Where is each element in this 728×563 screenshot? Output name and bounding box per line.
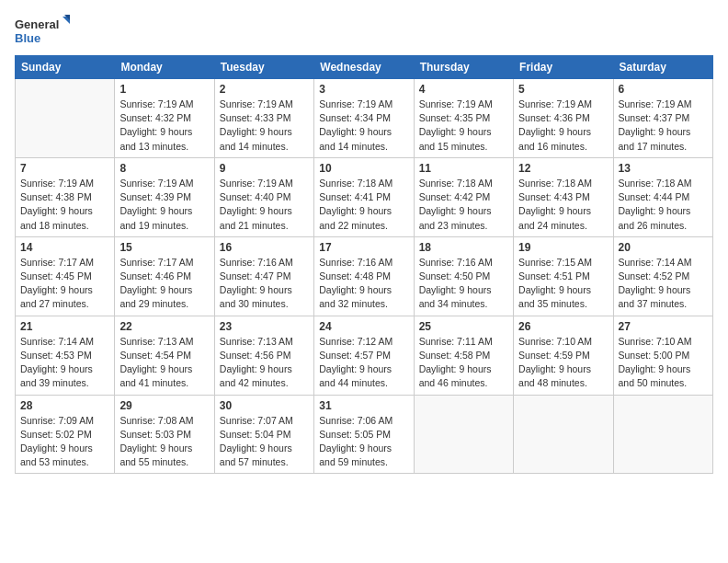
calendar-cell: 6Sunrise: 7:19 AMSunset: 4:37 PMDaylight… bbox=[613, 79, 712, 158]
calendar-cell: 27Sunrise: 7:10 AMSunset: 5:00 PMDayligh… bbox=[613, 316, 712, 395]
calendar-cell: 2Sunrise: 7:19 AMSunset: 4:33 PMDaylight… bbox=[214, 79, 313, 158]
calendar-cell bbox=[16, 79, 115, 158]
cell-info: Sunrise: 7:17 AMSunset: 4:45 PMDaylight:… bbox=[20, 256, 109, 312]
day-number: 5 bbox=[518, 83, 608, 96]
cell-info: Sunrise: 7:18 AMSunset: 4:41 PMDaylight:… bbox=[319, 177, 408, 233]
cell-info: Sunrise: 7:11 AMSunset: 4:58 PMDaylight:… bbox=[419, 335, 508, 391]
calendar-cell: 12Sunrise: 7:18 AMSunset: 4:43 PMDayligh… bbox=[514, 157, 613, 236]
calendar-cell: 29Sunrise: 7:08 AMSunset: 5:03 PMDayligh… bbox=[115, 395, 214, 474]
calendar-cell bbox=[514, 395, 613, 474]
cell-info: Sunrise: 7:15 AMSunset: 4:51 PMDaylight:… bbox=[518, 256, 608, 312]
cell-info: Sunrise: 7:17 AMSunset: 4:46 PMDaylight:… bbox=[119, 256, 209, 312]
calendar-header-friday: Friday bbox=[514, 56, 613, 79]
day-number: 15 bbox=[119, 241, 209, 254]
logo-svg: General Blue bbox=[15, 15, 70, 48]
calendar-cell: 26Sunrise: 7:10 AMSunset: 4:59 PMDayligh… bbox=[514, 316, 613, 395]
cell-info: Sunrise: 7:13 AMSunset: 4:54 PMDaylight:… bbox=[119, 335, 209, 391]
calendar-cell: 16Sunrise: 7:16 AMSunset: 4:47 PMDayligh… bbox=[214, 236, 313, 316]
cell-info: Sunrise: 7:18 AMSunset: 4:44 PMDaylight:… bbox=[619, 177, 708, 233]
day-number: 16 bbox=[220, 241, 309, 254]
calendar-cell: 7Sunrise: 7:19 AMSunset: 4:38 PMDaylight… bbox=[16, 157, 115, 236]
day-number: 14 bbox=[20, 241, 109, 254]
day-number: 20 bbox=[619, 241, 708, 254]
cell-info: Sunrise: 7:19 AMSunset: 4:40 PMDaylight:… bbox=[220, 177, 309, 233]
calendar-cell: 4Sunrise: 7:19 AMSunset: 4:35 PMDaylight… bbox=[414, 79, 513, 158]
calendar-cell: 18Sunrise: 7:16 AMSunset: 4:50 PMDayligh… bbox=[414, 236, 513, 316]
calendar-week-row: 7Sunrise: 7:19 AMSunset: 4:38 PMDaylight… bbox=[16, 157, 713, 236]
cell-info: Sunrise: 7:16 AMSunset: 4:48 PMDaylight:… bbox=[319, 256, 408, 312]
cell-info: Sunrise: 7:19 AMSunset: 4:35 PMDaylight:… bbox=[419, 98, 508, 154]
cell-info: Sunrise: 7:10 AMSunset: 4:59 PMDaylight:… bbox=[518, 335, 608, 391]
day-number: 11 bbox=[419, 162, 508, 175]
day-number: 3 bbox=[319, 83, 408, 96]
cell-info: Sunrise: 7:08 AMSunset: 5:03 PMDaylight:… bbox=[119, 414, 209, 470]
calendar-cell: 17Sunrise: 7:16 AMSunset: 4:48 PMDayligh… bbox=[314, 236, 414, 316]
day-number: 13 bbox=[619, 162, 708, 175]
calendar-header-thursday: Thursday bbox=[414, 56, 513, 79]
cell-info: Sunrise: 7:09 AMSunset: 5:02 PMDaylight:… bbox=[20, 414, 109, 470]
calendar-cell: 8Sunrise: 7:19 AMSunset: 4:39 PMDaylight… bbox=[115, 157, 214, 236]
day-number: 25 bbox=[419, 320, 508, 333]
day-number: 19 bbox=[518, 241, 608, 254]
calendar-cell: 11Sunrise: 7:18 AMSunset: 4:42 PMDayligh… bbox=[414, 157, 513, 236]
day-number: 31 bbox=[319, 399, 408, 412]
day-number: 28 bbox=[20, 399, 109, 412]
day-number: 24 bbox=[319, 320, 408, 333]
calendar-cell: 9Sunrise: 7:19 AMSunset: 4:40 PMDaylight… bbox=[214, 157, 313, 236]
cell-info: Sunrise: 7:19 AMSunset: 4:36 PMDaylight:… bbox=[518, 98, 608, 154]
day-number: 1 bbox=[119, 83, 209, 96]
day-number: 8 bbox=[119, 162, 209, 175]
cell-info: Sunrise: 7:19 AMSunset: 4:37 PMDaylight:… bbox=[619, 98, 708, 154]
calendar-cell: 13Sunrise: 7:18 AMSunset: 4:44 PMDayligh… bbox=[613, 157, 712, 236]
cell-info: Sunrise: 7:14 AMSunset: 4:53 PMDaylight:… bbox=[20, 335, 109, 391]
cell-info: Sunrise: 7:19 AMSunset: 4:32 PMDaylight:… bbox=[119, 98, 209, 154]
calendar-cell: 5Sunrise: 7:19 AMSunset: 4:36 PMDaylight… bbox=[514, 79, 613, 158]
day-number: 4 bbox=[419, 83, 508, 96]
cell-info: Sunrise: 7:18 AMSunset: 4:42 PMDaylight:… bbox=[419, 177, 508, 233]
svg-text:Blue: Blue bbox=[15, 31, 40, 45]
cell-info: Sunrise: 7:19 AMSunset: 4:39 PMDaylight:… bbox=[119, 177, 209, 233]
day-number: 17 bbox=[319, 241, 408, 254]
day-number: 6 bbox=[619, 83, 708, 96]
calendar-week-row: 14Sunrise: 7:17 AMSunset: 4:45 PMDayligh… bbox=[16, 236, 713, 316]
day-number: 23 bbox=[220, 320, 309, 333]
calendar-week-row: 28Sunrise: 7:09 AMSunset: 5:02 PMDayligh… bbox=[16, 395, 713, 474]
logo: General Blue bbox=[15, 15, 70, 48]
cell-info: Sunrise: 7:19 AMSunset: 4:34 PMDaylight:… bbox=[319, 98, 408, 154]
day-number: 27 bbox=[619, 320, 708, 333]
calendar-week-row: 21Sunrise: 7:14 AMSunset: 4:53 PMDayligh… bbox=[16, 316, 713, 395]
day-number: 29 bbox=[119, 399, 209, 412]
day-number: 2 bbox=[220, 83, 309, 96]
calendar-cell: 15Sunrise: 7:17 AMSunset: 4:46 PMDayligh… bbox=[115, 236, 214, 316]
cell-info: Sunrise: 7:13 AMSunset: 4:56 PMDaylight:… bbox=[220, 335, 309, 391]
calendar-header-tuesday: Tuesday bbox=[214, 56, 313, 79]
calendar-cell: 25Sunrise: 7:11 AMSunset: 4:58 PMDayligh… bbox=[414, 316, 513, 395]
day-number: 18 bbox=[419, 241, 508, 254]
calendar-cell: 3Sunrise: 7:19 AMSunset: 4:34 PMDaylight… bbox=[314, 79, 414, 158]
day-number: 30 bbox=[220, 399, 309, 412]
cell-info: Sunrise: 7:14 AMSunset: 4:52 PMDaylight:… bbox=[619, 256, 708, 312]
calendar-cell bbox=[414, 395, 513, 474]
calendar-cell: 23Sunrise: 7:13 AMSunset: 4:56 PMDayligh… bbox=[214, 316, 313, 395]
day-number: 22 bbox=[119, 320, 209, 333]
day-number: 9 bbox=[220, 162, 309, 175]
calendar-header-wednesday: Wednesday bbox=[314, 56, 414, 79]
cell-info: Sunrise: 7:16 AMSunset: 4:50 PMDaylight:… bbox=[419, 256, 508, 312]
calendar-header-sunday: Sunday bbox=[16, 56, 115, 79]
day-number: 7 bbox=[20, 162, 109, 175]
svg-text:General: General bbox=[15, 17, 59, 31]
calendar-cell: 24Sunrise: 7:12 AMSunset: 4:57 PMDayligh… bbox=[314, 316, 414, 395]
calendar-cell: 10Sunrise: 7:18 AMSunset: 4:41 PMDayligh… bbox=[314, 157, 414, 236]
cell-info: Sunrise: 7:16 AMSunset: 4:47 PMDaylight:… bbox=[220, 256, 309, 312]
calendar-header-row: SundayMondayTuesdayWednesdayThursdayFrid… bbox=[16, 56, 713, 79]
cell-info: Sunrise: 7:18 AMSunset: 4:43 PMDaylight:… bbox=[518, 177, 608, 233]
calendar-cell: 28Sunrise: 7:09 AMSunset: 5:02 PMDayligh… bbox=[16, 395, 115, 474]
cell-info: Sunrise: 7:10 AMSunset: 5:00 PMDaylight:… bbox=[619, 335, 708, 391]
cell-info: Sunrise: 7:12 AMSunset: 4:57 PMDaylight:… bbox=[319, 335, 408, 391]
day-number: 12 bbox=[518, 162, 608, 175]
calendar-week-row: 1Sunrise: 7:19 AMSunset: 4:32 PMDaylight… bbox=[16, 79, 713, 158]
cell-info: Sunrise: 7:06 AMSunset: 5:05 PMDaylight:… bbox=[319, 414, 408, 470]
calendar-cell: 22Sunrise: 7:13 AMSunset: 4:54 PMDayligh… bbox=[115, 316, 214, 395]
calendar-cell: 1Sunrise: 7:19 AMSunset: 4:32 PMDaylight… bbox=[115, 79, 214, 158]
day-number: 26 bbox=[518, 320, 608, 333]
